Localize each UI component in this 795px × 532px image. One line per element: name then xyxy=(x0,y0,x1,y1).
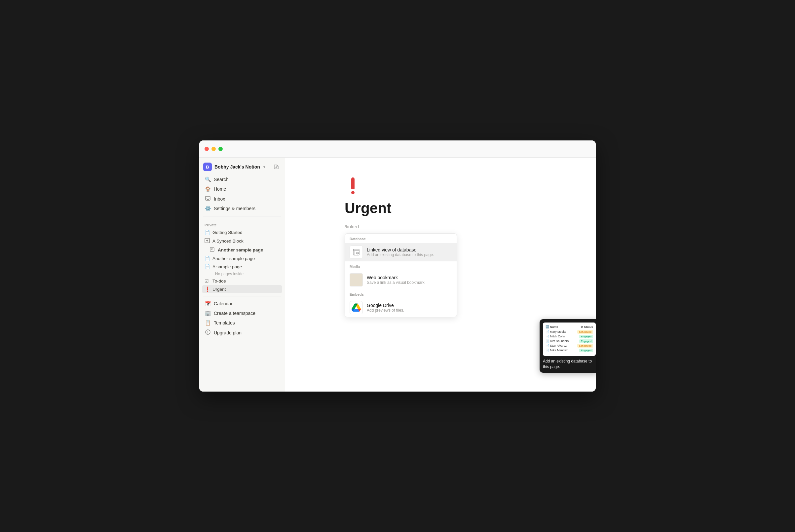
preview-status-3: Engaged xyxy=(579,339,593,343)
urgent-emoji xyxy=(345,177,361,194)
upgrade-icon xyxy=(205,329,211,336)
sidebar-divider xyxy=(203,216,281,216)
sidebar-item-search[interactable]: 🔍 Search xyxy=(202,175,282,184)
main-content: Urgent /linked Database xyxy=(285,158,596,392)
new-page-button[interactable] xyxy=(271,162,281,171)
slash-command: /linked xyxy=(345,224,536,229)
command-item-google-drive-text: Google Drive Add previews of files. xyxy=(367,303,404,312)
sidebar-item-teamspace[interactable]: 🏢 Create a teamspace xyxy=(202,309,282,318)
sidebar-item-settings-label: Settings & members xyxy=(214,206,255,211)
page-label-todos: To-dos xyxy=(212,279,226,284)
sidebar: B Bobby Jack's Notion ▾ 🔍 Search xyxy=(199,158,285,392)
exclaim-dot xyxy=(351,191,355,194)
page-item-getting-started[interactable]: 📄 Getting Started xyxy=(202,228,282,236)
preview-row-3: 📄 Kim Saunders Engaged xyxy=(546,339,593,343)
teamspace-icon: 🏢 xyxy=(205,310,211,316)
page-label-another-sample-2: Another sample page xyxy=(212,256,255,261)
preview-name-4: 📄 Stan Alvarez xyxy=(546,344,567,347)
page-item-todos[interactable]: ☑ To-dos xyxy=(202,277,282,285)
preview-status-1: Scheduled xyxy=(577,330,593,334)
sidebar-item-settings[interactable]: ⚙️ Settings & members xyxy=(202,204,282,213)
page-label-synced-block: A Synced Block xyxy=(212,239,244,244)
sidebar-item-calendar[interactable]: 📅 Calendar xyxy=(202,299,282,308)
app-window: B Bobby Jack's Notion ▾ 🔍 Search xyxy=(199,140,596,392)
page-label-urgent: Urgent xyxy=(212,287,226,292)
page-item-urgent[interactable]: ❗ Urgent xyxy=(202,285,282,293)
pages-nav: 📄 Getting Started A Synced Block xyxy=(199,228,285,293)
settings-icon: ⚙️ xyxy=(205,206,211,211)
chevron-down-icon: ▾ xyxy=(263,165,265,169)
urgent-icon: ❗ xyxy=(205,286,210,292)
sidebar-item-templates[interactable]: 📋 Templates xyxy=(202,318,282,327)
preview-name-2: 📄 Mitch Cohn xyxy=(546,335,565,338)
tooltip-preview-header: 🔤 Name ⊕ Status xyxy=(546,325,593,328)
sidebar-divider-2 xyxy=(203,296,281,297)
preview-status-2: Engaged xyxy=(579,335,593,338)
preview-name-header: 🔤 Name xyxy=(546,325,558,328)
media-section-title: Media xyxy=(345,261,457,271)
web-bookmark-desc: Save a link as a visual bookmark. xyxy=(367,280,425,285)
sidebar-bottom-nav: 📅 Calendar 🏢 Create a teamspace 📋 Templa… xyxy=(199,299,285,338)
sidebar-item-templates-label: Templates xyxy=(214,320,235,325)
linked-view-desc: Add an existing database to this page. xyxy=(367,252,434,257)
linked-view-icon xyxy=(349,246,363,259)
preview-row-4: 📄 Stan Alvarez Scheduled xyxy=(546,344,593,348)
page-item-another-sample-2[interactable]: 📄 Another sample page xyxy=(202,254,282,262)
page-item-sample-page[interactable]: 📄 A sample page xyxy=(202,263,282,271)
templates-icon: 📋 xyxy=(205,320,211,326)
command-item-google-drive[interactable]: Google Drive Add previews of files. xyxy=(345,298,457,317)
preview-name-5: 📄 Mike Mendez xyxy=(546,348,568,352)
sidebar-item-inbox-label: Inbox xyxy=(214,196,225,202)
page-item-another-sample-1[interactable]: Another sample page xyxy=(202,246,282,254)
preview-row-2: 📄 Mitch Cohn Engaged xyxy=(546,335,593,338)
sidebar-item-upgrade[interactable]: Upgrade plan xyxy=(202,328,282,337)
tooltip-preview: 🔤 Name ⊕ Status 📄 Mary Meeks Scheduled 📄… xyxy=(543,323,596,356)
google-drive-icon xyxy=(349,301,363,314)
exclaim-body xyxy=(351,177,355,189)
inbox-icon xyxy=(205,196,211,202)
page-title: Urgent xyxy=(345,200,536,217)
workspace-name: Bobby Jack's Notion xyxy=(214,164,260,170)
app-body: B Bobby Jack's Notion ▾ 🔍 Search xyxy=(199,158,596,392)
command-item-web-bookmark[interactable]: Web bookmark Save a link as a visual boo… xyxy=(345,271,457,289)
sidebar-item-teamspace-label: Create a teamspace xyxy=(214,310,255,316)
private-section-title: Private xyxy=(199,219,285,228)
command-item-linked-view-text: Linked view of database Add an existing … xyxy=(367,247,434,257)
sidebar-item-inbox[interactable]: Inbox xyxy=(202,194,282,204)
close-button[interactable] xyxy=(205,147,209,151)
no-pages-text: No pages inside xyxy=(202,271,282,277)
page-label-another-sample-1: Another sample page xyxy=(218,247,263,252)
page-icon-sub xyxy=(210,247,216,253)
preview-row-5: 📄 Mike Mendez Engaged xyxy=(546,348,593,352)
preview-name-1: 📄 Mary Meeks xyxy=(546,330,566,334)
sidebar-item-search-label: Search xyxy=(214,177,228,182)
svg-rect-4 xyxy=(353,249,359,255)
google-drive-desc: Add previews of files. xyxy=(367,308,404,312)
google-drive-title: Google Drive xyxy=(367,303,404,308)
workspace-info[interactable]: B Bobby Jack's Notion ▾ xyxy=(203,163,265,171)
calendar-icon: 📅 xyxy=(205,301,211,307)
page-area: Urgent /linked Database xyxy=(285,158,596,392)
tooltip-card: 🔤 Name ⊕ Status 📄 Mary Meeks Scheduled 📄… xyxy=(540,319,596,373)
command-item-linked-view[interactable]: Linked view of database Add an existing … xyxy=(345,243,457,261)
page-item-synced-block[interactable]: A Synced Block xyxy=(202,236,282,246)
page-label-getting-started: Getting Started xyxy=(212,230,243,235)
command-menu[interactable]: Database xyxy=(345,233,457,317)
database-section-title: Database xyxy=(345,234,457,243)
sidebar-item-upgrade-label: Upgrade plan xyxy=(214,330,242,336)
sidebar-item-calendar-label: Calendar xyxy=(214,301,233,306)
preview-status-4: Scheduled xyxy=(577,344,593,348)
embeds-section-title: Embeds xyxy=(345,289,457,298)
page-label-sample-page: A sample page xyxy=(212,264,242,269)
sidebar-nav: 🔍 Search 🏠 Home Inbox xyxy=(199,175,285,213)
page-icon: 📄 xyxy=(205,230,210,235)
home-icon: 🏠 xyxy=(205,186,211,192)
page-icon-2: 📄 xyxy=(205,256,210,261)
minimize-button[interactable] xyxy=(211,147,216,151)
preview-name-3: 📄 Kim Saunders xyxy=(546,339,569,343)
command-area: Database xyxy=(345,233,457,317)
sidebar-item-home[interactable]: 🏠 Home xyxy=(202,184,282,194)
maximize-button[interactable] xyxy=(219,147,223,151)
search-icon: 🔍 xyxy=(205,176,211,183)
web-bookmark-icon xyxy=(349,273,363,286)
